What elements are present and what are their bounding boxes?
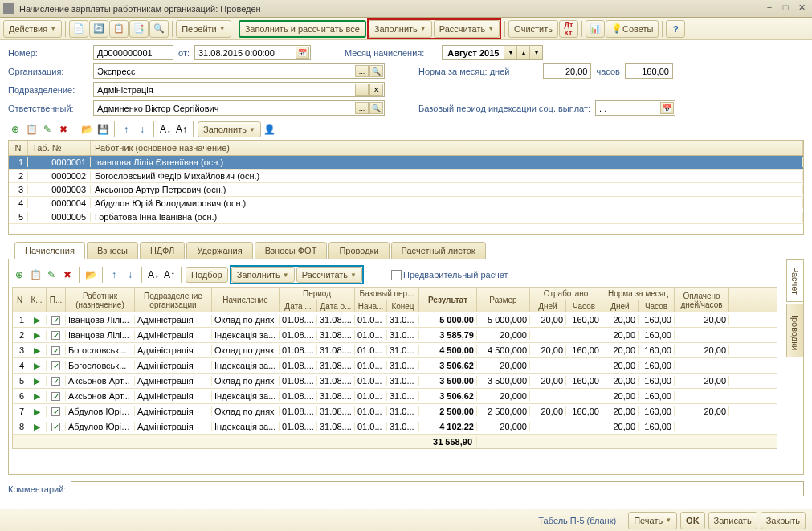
month-dd-icon[interactable]: ▼ bbox=[504, 46, 516, 59]
tips-button[interactable]: 💡 Советы bbox=[606, 20, 659, 38]
org-search-icon[interactable]: 🔍 bbox=[369, 65, 383, 77]
tab-body: Расчет Проводки ⊕ 📋 ✎ ✖ 📂 ↑ ↓ A↓ A↑ Подб… bbox=[8, 259, 804, 475]
emp-row[interactable]: 50000005Горбатова Інна Іванівна (осн.) bbox=[9, 210, 803, 224]
dept-input[interactable]: Адміністрація...✕ bbox=[93, 82, 385, 97]
load-icon[interactable]: 📂 bbox=[80, 122, 94, 137]
col-worker[interactable]: Работник (основное назначение) bbox=[91, 141, 803, 155]
calc-fill-menu[interactable]: Заполнить▼ bbox=[231, 267, 295, 283]
resp-search-icon[interactable]: 🔍 bbox=[369, 102, 383, 114]
dept-dots-icon[interactable]: ... bbox=[355, 84, 369, 96]
toolbar-icon-4[interactable]: 📑 bbox=[129, 20, 149, 38]
month-selector[interactable]: Август 2015 ▼ ▴ ▾ bbox=[442, 45, 543, 60]
calc-row[interactable]: 1 ▶ ✓ Іванцова Лілі... Адміністрація Окл… bbox=[13, 312, 777, 328]
base-input[interactable]: . .📅 bbox=[595, 100, 675, 116]
preview-checkbox[interactable] bbox=[391, 270, 402, 280]
c-delete-icon[interactable]: ✖ bbox=[60, 268, 75, 282]
sort-desc-icon[interactable]: A↑ bbox=[174, 122, 189, 137]
base-cal-icon[interactable]: 📅 bbox=[660, 102, 674, 114]
calc-row[interactable]: 2 ▶ ✓ Іванцова Лілі... Адміністрація Інд… bbox=[13, 328, 777, 343]
calc-row[interactable]: 6 ▶ ✓ Аксьонов Арт... Адміністрація Інде… bbox=[13, 389, 777, 404]
sidetab-postings[interactable]: Проводки bbox=[786, 304, 804, 357]
number-input[interactable]: Д0000000001 bbox=[93, 45, 173, 60]
tab-1[interactable]: Взносы bbox=[87, 242, 138, 259]
tab-6[interactable]: Расчетный листок bbox=[391, 242, 486, 259]
sidetab-calc[interactable]: Расчет bbox=[786, 259, 804, 302]
fill-menu[interactable]: Заполнить▼ bbox=[369, 20, 432, 38]
calc-row[interactable]: 7 ▶ ✓ Абдулов Юрій... Адміністрація Окла… bbox=[13, 404, 777, 419]
delete-icon[interactable]: ✖ bbox=[56, 122, 71, 137]
c-copy-icon[interactable]: 📋 bbox=[28, 268, 43, 282]
resp-input[interactable]: Админенко Віктор Сергійович...🔍 bbox=[93, 100, 385, 116]
month-down-icon[interactable]: ▾ bbox=[529, 46, 542, 59]
actions-menu[interactable]: Действия▼ bbox=[3, 20, 62, 38]
print-menu[interactable]: Печать▼ bbox=[628, 512, 677, 529]
toolbar-icon-3[interactable]: 📋 bbox=[109, 20, 129, 38]
norm-hours-input[interactable]: 160,00 bbox=[625, 63, 673, 79]
c-edit-icon[interactable]: ✎ bbox=[44, 268, 59, 282]
toolbar-icon-1[interactable]: 📄 bbox=[69, 20, 88, 38]
copy-icon[interactable]: 📋 bbox=[24, 122, 39, 137]
comment-input[interactable] bbox=[71, 481, 804, 496]
date-input[interactable]: 31.08.2015 0:00:00📅 bbox=[194, 45, 311, 60]
base-label: Базовый период индексации соц. выплат: bbox=[418, 104, 590, 113]
month-up-icon[interactable]: ▴ bbox=[516, 46, 529, 59]
up-icon[interactable]: ↑ bbox=[119, 122, 133, 137]
add-icon[interactable]: ⊕ bbox=[8, 122, 22, 137]
emp-row[interactable]: 30000003Аксьонов Артур Петрович (осн.) bbox=[9, 183, 803, 197]
calc-row[interactable]: 3 ▶ ✓ Богословськ... Адміністрація Оклад… bbox=[13, 343, 777, 358]
col-n[interactable]: N bbox=[9, 141, 28, 155]
emp-row[interactable]: 10000001Іванцова Лілія Євгеніївна (осн.) bbox=[9, 156, 803, 170]
pick-button[interactable]: Подбор bbox=[186, 267, 228, 283]
help-icon[interactable]: ? bbox=[666, 20, 685, 38]
toolbar-icon-5[interactable]: 🔍 bbox=[149, 20, 169, 38]
col-tab[interactable]: Таб. № bbox=[28, 141, 91, 155]
tab-2[interactable]: НДФЛ bbox=[140, 242, 185, 259]
c-load-icon[interactable]: 📂 bbox=[84, 268, 98, 282]
calc-grid[interactable]: N К... П... Работник (назначение) Подраз… bbox=[12, 287, 777, 449]
employee-grid[interactable]: N Таб. № Работник (основное назначение) … bbox=[8, 140, 804, 235]
calendar-icon[interactable]: 📅 bbox=[296, 47, 309, 59]
maximize-button[interactable]: □ bbox=[778, 2, 793, 15]
resp-dots-icon[interactable]: ... bbox=[355, 102, 369, 114]
c-down-icon[interactable]: ↓ bbox=[123, 268, 137, 282]
tabel-link[interactable]: Табель П-5 (бланк) bbox=[538, 516, 616, 525]
minimize-button[interactable]: − bbox=[762, 2, 777, 15]
c-sort-desc-icon[interactable]: A↑ bbox=[162, 268, 177, 282]
calc-menu[interactable]: Рассчитать▼ bbox=[434, 20, 500, 38]
close-form-button[interactable]: Закрыть bbox=[761, 512, 806, 529]
fill-and-calc-all-button[interactable]: Заполнить и рассчитать все bbox=[239, 20, 366, 38]
person-icon[interactable]: 👤 bbox=[263, 122, 277, 137]
sort-asc-icon[interactable]: A↓ bbox=[158, 122, 173, 137]
close-button[interactable]: ✕ bbox=[794, 2, 809, 15]
clear-button[interactable]: Очистить bbox=[508, 20, 558, 38]
emp-row[interactable]: 40000004Абдулов Юрій Володимирович (осн.… bbox=[9, 197, 803, 210]
save-icon[interactable]: 💾 bbox=[96, 122, 110, 137]
emp-row[interactable]: 20000002Богословський Федір Михайлович (… bbox=[9, 170, 803, 183]
down-icon[interactable]: ↓ bbox=[135, 122, 149, 137]
c-up-icon[interactable]: ↑ bbox=[107, 268, 121, 282]
emp-toolbar: ⊕ 📋 ✎ ✖ 📂 💾 ↑ ↓ A↓ A↑ Заполнить▼ 👤 bbox=[8, 119, 804, 140]
dept-clear-icon[interactable]: ✕ bbox=[369, 84, 383, 96]
tab-3[interactable]: Удержания bbox=[186, 242, 252, 259]
c-sort-asc-icon[interactable]: A↓ bbox=[146, 268, 161, 282]
form-area: Номер: Д0000000001 от: 31.08.2015 0:00:0… bbox=[0, 40, 812, 476]
c-add-icon[interactable]: ⊕ bbox=[12, 268, 27, 282]
org-input[interactable]: Экспресс...🔍 bbox=[93, 63, 385, 79]
org-dots-icon[interactable]: ... bbox=[355, 65, 369, 77]
goto-menu[interactable]: Перейти▼ bbox=[176, 20, 231, 38]
emp-fill-menu[interactable]: Заполнить▼ bbox=[198, 121, 261, 137]
calc-row[interactable]: 4 ▶ ✓ Богословськ... Адміністрація Індек… bbox=[13, 358, 777, 374]
edit-icon[interactable]: ✎ bbox=[40, 122, 55, 137]
dk-icon[interactable]: ДтКт bbox=[559, 20, 578, 38]
ok-button[interactable]: OK bbox=[680, 512, 705, 529]
norm-days-input[interactable]: 20,00 bbox=[543, 63, 591, 79]
toolbar-icon-2[interactable]: 🔄 bbox=[89, 20, 108, 38]
tab-0[interactable]: Начисления bbox=[14, 242, 85, 259]
calc-row[interactable]: 8 ▶ ✓ Абдулов Юрій... Адміністрація Інде… bbox=[13, 419, 777, 435]
save-button[interactable]: Записать bbox=[708, 512, 757, 529]
calc-row[interactable]: 5 ▶ ✓ Аксьонов Арт... Адміністрація Окла… bbox=[13, 374, 777, 389]
tab-5[interactable]: Проводки bbox=[328, 242, 389, 259]
tab-4[interactable]: Взносы ФОТ bbox=[255, 242, 328, 259]
report-icon[interactable]: 📊 bbox=[586, 20, 605, 38]
calc-calc-menu[interactable]: Рассчитать▼ bbox=[296, 267, 362, 283]
